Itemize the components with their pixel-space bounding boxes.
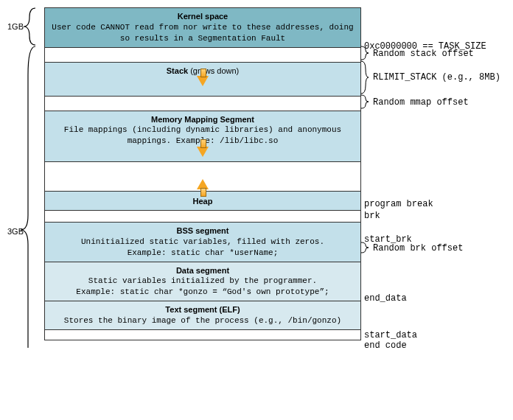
text-title: Text segment (ELF) xyxy=(49,304,356,315)
bss-segment: BSS segment Uninitialized static variabl… xyxy=(44,223,361,262)
left-size-column: 1GB 3GB xyxy=(7,7,44,340)
stack-title: Stack xyxy=(167,66,188,75)
null-gap xyxy=(44,330,361,340)
kernel-title: Kernel space xyxy=(49,11,356,22)
bss-desc2: Example: static char *userName; xyxy=(49,248,356,259)
kernel-desc: User code CANNOT read from nor write to … xyxy=(49,22,356,44)
random-brk-offset-gap xyxy=(44,211,361,223)
label-start-data: start_data xyxy=(364,330,417,340)
data-desc2: Example: static char *gonzo = “God's own… xyxy=(49,287,356,298)
stack-suffix: (grows down) xyxy=(188,66,239,75)
bss-desc1: Uninitialized static variables, filled w… xyxy=(49,237,356,248)
brace-1gb xyxy=(7,7,37,48)
label-random-brk-offset: Random brk offset xyxy=(373,243,463,253)
random-stack-offset-gap xyxy=(44,48,361,63)
brace-rand-brk xyxy=(360,242,370,253)
stack-grows-down-arrow xyxy=(49,76,356,88)
label-end-data: end_data xyxy=(364,293,407,304)
label-end-code: end_code xyxy=(364,340,407,348)
bss-title: BSS segment xyxy=(49,225,356,237)
heap-title: Heap xyxy=(49,196,356,207)
stack-segment: Stack (grows down) xyxy=(44,63,361,97)
address-space-column: Kernel space User code CANNOT read from … xyxy=(44,7,361,340)
brace-rand-mmap xyxy=(360,94,370,109)
data-desc1: Static variables initialized by the prog… xyxy=(49,276,356,287)
memory-layout-diagram: 1GB 3GB Kernel space User code CANNOT re… xyxy=(7,7,506,340)
data-title: Data segment xyxy=(49,265,356,276)
address-labels-column: 0xc0000000 == TASK_SIZE Random stack off… xyxy=(361,7,506,340)
mmap-heap-gap xyxy=(44,162,361,192)
mmap-grows-down-arrow xyxy=(49,147,356,158)
label-random-stack-offset: Random stack offset xyxy=(373,49,474,59)
label-rlimit-stack: RLIMIT_STACK (e.g., 8MB) xyxy=(373,72,500,83)
brace-rand-stack xyxy=(360,46,370,60)
brace-3gb xyxy=(7,46,37,348)
heap-grows-up-arrow xyxy=(45,178,360,189)
data-segment: Data segment Static variables initialize… xyxy=(44,262,361,302)
brace-rlimit xyxy=(360,60,370,94)
kernel-space-segment: Kernel space User code CANNOT read from … xyxy=(44,7,361,48)
label-brk: brk xyxy=(364,211,380,221)
text-segment: Text segment (ELF) Stores the binary ima… xyxy=(44,301,361,330)
label-program-break: program break xyxy=(364,199,433,209)
mmap-title: Memory Mapping Segment xyxy=(49,114,356,125)
text-desc: Stores the binary image of the process (… xyxy=(49,315,356,326)
mmap-segment: Memory Mapping Segment File mappings (in… xyxy=(44,111,361,163)
label-random-mmap-offset: Random mmap offset xyxy=(373,97,469,108)
random-mmap-offset-gap xyxy=(44,97,361,111)
